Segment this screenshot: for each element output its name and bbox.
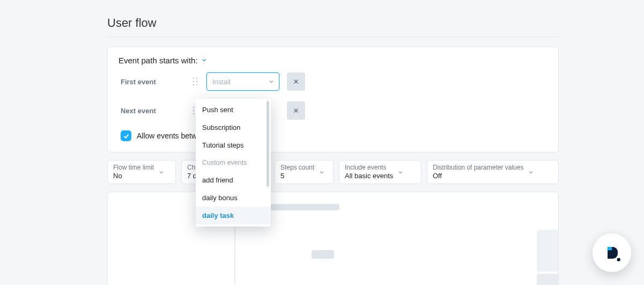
allow-events-between-row[interactable]: Allow events between steps [121, 130, 547, 141]
svg-point-8 [193, 107, 195, 108]
results-skeleton [107, 192, 559, 285]
filter-steps-count[interactable]: Steps count 5 [275, 160, 334, 184]
svg-point-1 [196, 78, 198, 79]
event-path-card: Event path starts with: First event Inst… [107, 47, 559, 152]
skeleton-bar [312, 250, 334, 259]
dropdown-item-subscription[interactable]: Subscription [196, 119, 271, 136]
page-title: User flow [107, 16, 558, 30]
svg-point-10 [193, 110, 195, 112]
svg-point-4 [193, 84, 195, 86]
event-path-label: Event path starts with: [119, 56, 198, 65]
filter-include-events[interactable]: Include events All basic events [339, 160, 421, 184]
filter-value: Off [433, 172, 523, 180]
next-event-label: Next event [121, 107, 184, 115]
allow-events-between-checkbox[interactable] [121, 130, 131, 141]
dropdown-item-daily-task[interactable]: daily task [196, 207, 271, 224]
event-path-row[interactable]: Event path starts with: [119, 56, 547, 65]
chevron-down-icon [319, 169, 325, 176]
svg-point-3 [196, 81, 198, 83]
filter-value: No [113, 172, 154, 180]
filter-value: All basic events [345, 172, 393, 180]
event-dropdown[interactable]: Push sent Subscription Tutorial steps Cu… [196, 99, 271, 226]
dropdown-item-daily-bonus[interactable]: daily bonus [196, 189, 271, 207]
first-event-select[interactable]: Install [206, 72, 279, 91]
filter-flow-time-limit[interactable]: Flow time limit No [107, 160, 176, 184]
filters-row: Flow time limit No Chu 7 da …ount [107, 160, 559, 184]
svg-point-12 [193, 113, 195, 115]
first-event-value: Install [212, 78, 231, 86]
skeleton-block [537, 230, 558, 272]
dropdown-item-add-friend[interactable]: add friend [196, 171, 271, 189]
svg-point-5 [196, 84, 198, 86]
skeleton-line [234, 224, 235, 285]
remove-first-event-button[interactable] [287, 72, 305, 91]
chevron-down-icon [201, 57, 209, 64]
brand-logo-badge[interactable] [593, 233, 631, 272]
drag-handle-icon[interactable] [191, 77, 199, 86]
first-event-row: First event Install [121, 72, 547, 91]
dropdown-item-push-sent[interactable]: Push sent [196, 101, 271, 119]
chevron-down-icon [158, 169, 165, 176]
filter-label: Flow time limit [113, 164, 154, 172]
svg-point-2 [193, 81, 195, 83]
remove-next-event-button[interactable] [287, 101, 305, 120]
next-event-row: Next event [121, 101, 547, 120]
svg-point-0 [193, 78, 195, 79]
chevron-down-icon [268, 78, 275, 85]
divider [107, 36, 559, 37]
filter-label: Distribution of parameter values [433, 164, 523, 172]
filter-label: Steps count [280, 164, 314, 172]
skeleton-block [537, 274, 558, 285]
dropdown-header-custom-events: Custom events [196, 154, 271, 171]
chevron-down-icon [528, 169, 534, 176]
svg-point-16 [617, 258, 620, 261]
filter-label: Include events [345, 164, 393, 172]
skeleton-bar [271, 204, 339, 210]
dropdown-item-tutorial-steps[interactable]: Tutorial steps [196, 136, 271, 154]
first-event-label: First event [121, 78, 184, 86]
filter-value: 5 [280, 172, 314, 180]
filter-distribution[interactable]: Distribution of parameter values Off [427, 160, 559, 184]
chevron-down-icon [397, 169, 404, 176]
scrollbar[interactable] [267, 101, 269, 187]
